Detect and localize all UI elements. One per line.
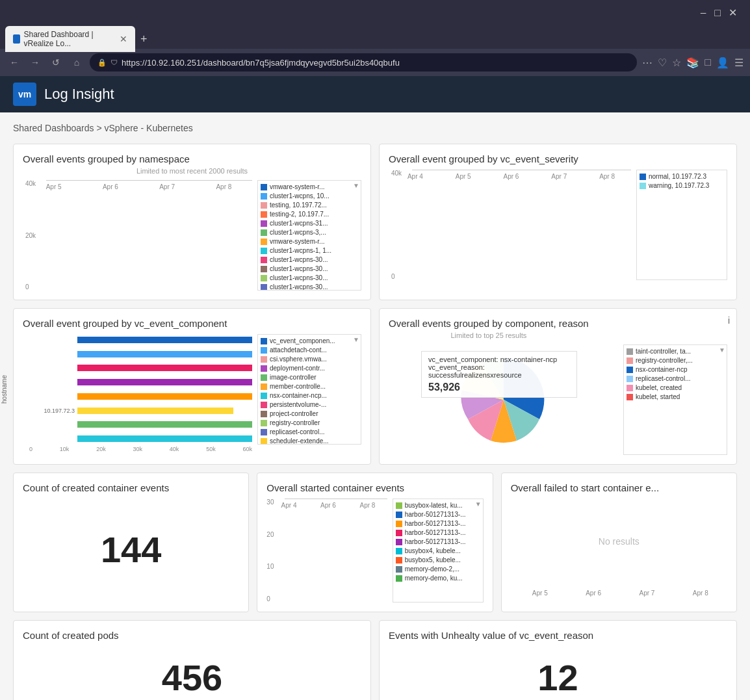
legend-item: busybox4, kubele... [396,547,480,554]
legend-item: memory-demo, ku... [396,575,480,582]
started-container-title: Overall started container events [266,482,483,493]
severity-chart-area: 40k 0 [389,170,727,280]
breadcrumb-parent[interactable]: Shared Dashboards [13,123,94,133]
vm-logo: vm [13,83,36,106]
tab-title: Shared Dashboard | vRealize Lo... [24,30,114,48]
bottom-row: Count of created pods 456 Events with Un… [13,620,737,700]
failed-container-title: Overall failed to start container e... [511,482,727,493]
legend-item: vc_event_componen... [261,337,358,344]
namespace-chart-area: 40k 20k 0 [23,180,361,291]
legend-item-taint: taint-controller, ta... [627,348,724,355]
breadcrumb: Shared Dashboards > vSphere - Kubernetes [13,123,737,133]
url-text: https://10.92.160.251/dashboard/bn7q5jsa… [122,58,400,68]
namespace-y-axis: 40k 20k 0 [25,180,36,291]
legend-item: testing, 10.197.72... [261,201,358,209]
tab-close-icon[interactable]: ✕ [120,34,127,44]
created-container-title: Count of created container events [23,482,239,493]
started-bars [285,499,387,499]
legend-item: testing-2, 10.197.7... [261,211,358,218]
more-options-icon[interactable]: ⋯ [642,57,653,69]
profile-icon[interactable]: 👤 [716,57,729,69]
legend-item: persistentvolume-... [261,401,358,408]
no-results-text: No results [511,496,727,587]
started-chart-area: 30 20 10 0 [266,499,483,603]
component-legend: ▼ vc_event_componen... attachdetach-cont… [257,334,361,445]
reload-button[interactable]: ↺ [48,55,64,70]
cert-icon: 🛡 [110,58,118,66]
legend-item-normal: normal, 10.197.72.3 [640,173,724,180]
legend-item: cluster1-wcpns-30... [261,265,358,272]
hbar-y-label: hostname [1,375,8,404]
app-title: Log Insight [44,86,114,103]
legend-item: memory-demo-2,... [396,565,480,573]
info-icon[interactable]: i [728,315,730,326]
legend-item: cluster1-wcpns-31... [261,220,358,227]
top-charts-row: Overall events grouped by namespace Limi… [13,144,737,300]
legend-item: csi.vsphere.vmwa... [261,356,358,363]
minimize-button[interactable]: ‒ [696,5,710,20]
namespace-chart-title: Overall events grouped by namespace [23,153,361,164]
maximize-button[interactable]: □ [710,6,725,20]
app-header: vm Log Insight [0,76,750,112]
bookmark-icon[interactable]: ♡ [658,57,667,69]
menu-icon[interactable]: ☰ [734,57,744,69]
new-tab-button[interactable]: + [140,32,148,46]
library-icon[interactable]: 📚 [686,57,699,69]
forward-button[interactable]: → [27,55,43,70]
severity-y-axis: 40k 0 [391,170,402,280]
legend-item: cluster1-wcpns-30... [261,274,358,281]
component-chart-title: Overall event grouped by vc_event_compon… [23,318,361,329]
legend-item: busybox-latest, ku... [396,502,480,509]
back-button[interactable]: ← [6,55,22,70]
legend-item-nsx: nsx-container-ncp [627,366,724,373]
legend-item: registry-controller [261,419,358,426]
legend-item: cluster1-wcpns-30... [261,256,358,263]
tab-sync-icon[interactable]: □ [705,57,711,69]
legend-item: vmware-system-r... [261,238,358,245]
namespace-chart-card: Overall events grouped by namespace Limi… [13,144,371,300]
created-container-value: 144 [23,496,239,603]
namespace-bar-chart [46,180,252,181]
namespace-legend: ▼ vmware-system-r... cluster1-wcpns, 10.… [257,180,361,291]
legend-item: nsx-container-ncp... [261,392,358,399]
legend-item-kubelet-started: kubelet, started [627,393,724,400]
browser-actions: ⋯ ♡ ☆ [642,57,681,69]
legend-item: vmware-system-r... [261,183,358,190]
failed-x-axis: Apr 5 Apr 6 Apr 7 Apr 8 [511,590,727,597]
unhealthy-reason-card: Events with Unhealty value of vc_event_r… [379,620,737,700]
legend-item: deployment-contr... [261,365,358,372]
tab-favicon [13,34,20,44]
legend-item: harbor-501271313-... [396,511,480,518]
component-reason-chart-subtitle: Limited to top 25 results [389,331,589,339]
breadcrumb-separator: > [96,123,104,133]
component-reason-chart-title: Overall events grouped by component, rea… [389,318,589,329]
legend-item: project-controller [261,410,358,417]
pie-svg [455,351,552,448]
address-bar[interactable]: 🔒 🛡 https://10.92.160.251/dashboard/bn7q… [90,53,637,71]
star-icon[interactable]: ☆ [672,57,681,69]
component-chart-card: Overall event grouped by vc_event_compon… [13,308,371,465]
component-x-axis: 010k20k30k40k50k60k [29,446,252,452]
started-legend: ▼ busybox-latest, ku... harbor-501271313… [393,499,484,603]
component-reason-chart-card: Overall events grouped by component, rea… [379,308,737,465]
component-reason-legend: ▼ taint-controller, ta... registry-contr… [623,344,727,455]
legend-item: member-controlle... [261,383,358,390]
started-x-axis: Apr 4 Apr 6 Apr 8 [266,502,387,509]
legend-item: cluster1-wcpns-3,... [261,229,358,236]
started-y-axis: 30 20 10 0 [266,499,274,603]
failed-container-card: Overall failed to start container e... N… [501,473,737,612]
component-hbar-area: 10.197.72.3 [29,334,252,445]
legend-item: harbor-501271313-... [396,538,480,545]
severity-x-axis: Apr 4 Apr 5 Apr 6 Apr 7 Apr 8 [389,173,631,180]
legend-item: scheduler-extende... [261,437,358,445]
legend-item: harbor-501271313-... [396,520,480,527]
home-button[interactable]: ⌂ [69,55,84,70]
main-content: Shared Dashboards > vSphere - Kubernetes… [0,112,750,700]
browser-tab-active[interactable]: Shared Dashboard | vRealize Lo... ✕ [5,26,135,52]
close-button[interactable]: ✕ [725,5,741,20]
legend-item: cluster1-wcpns-1, 1... [261,247,358,254]
created-pods-title: Count of created pods [23,630,361,641]
pie-chart-area: vc_event_component: nsx-container-ncp vc… [389,344,727,455]
severity-chart-card: Overall event grouped by vc_event_severi… [379,144,737,300]
breadcrumb-current: vSphere - Kubernetes [105,123,193,133]
